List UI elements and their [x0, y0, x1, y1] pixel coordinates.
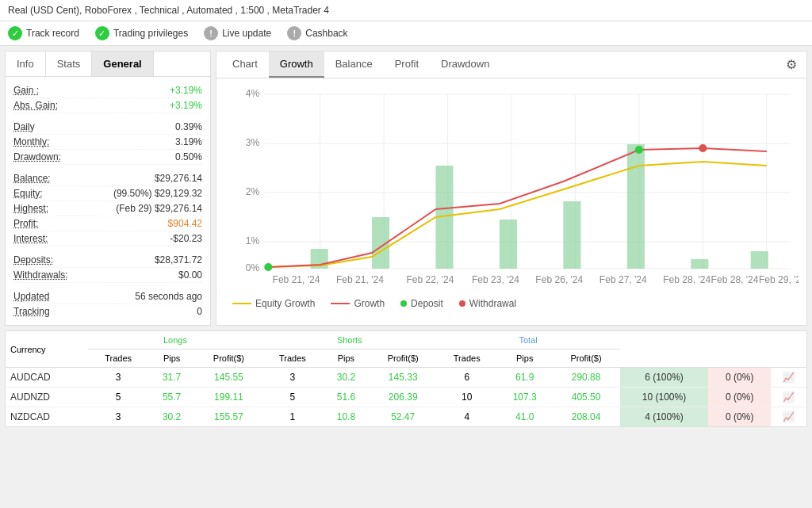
col-currency: Currency — [6, 331, 88, 368]
withdrawal-dot-icon — [459, 300, 465, 307]
stat-updated: Updated 56 seconds ago — [13, 289, 202, 304]
updated-label: Updated — [13, 291, 49, 302]
svg-text:3%: 3% — [246, 137, 260, 148]
cell-l-pips: 31.7 — [148, 368, 195, 388]
svg-text:Feb 23, '24: Feb 23, '24 — [472, 274, 519, 285]
badge-track-record: ✓ Track record — [8, 26, 79, 40]
balance-value: $29,276.14 — [155, 173, 202, 184]
drawdown-label: Drawdown: — [13, 151, 61, 162]
account-info: Real (USD Cent), RoboForex , Technical ,… — [8, 5, 329, 16]
trading-table: Currency Longs Shorts Total Trades Pips … — [6, 331, 806, 426]
svg-point-26 — [264, 263, 272, 271]
svg-text:Feb 28, '24: Feb 28, '24 — [663, 274, 710, 285]
svg-text:0%: 0% — [246, 262, 260, 273]
cell-t-profit: 208.04 — [553, 407, 620, 427]
main-container: Info Stats General Gain : +3.19% Abs. Ga… — [0, 46, 812, 330]
legend-growth: Growth — [331, 298, 385, 309]
col-s-pips: Pips — [323, 349, 370, 368]
updated-value: 56 seconds ago — [135, 291, 202, 302]
svg-rect-22 — [563, 201, 580, 269]
highest-value: (Feb 29) $29,276.14 — [116, 203, 202, 214]
svg-rect-21 — [500, 220, 517, 269]
row-chart-icon[interactable]: 📈 — [771, 407, 806, 427]
balance-label: Balance: — [13, 173, 51, 184]
col-t-profit: Profit($) — [553, 349, 620, 368]
tab-chart[interactable]: Chart — [221, 52, 269, 78]
tab-info[interactable]: Info — [6, 52, 46, 76]
cell-t-profit: 405.50 — [553, 388, 620, 407]
cell-t-pips: 107.3 — [497, 388, 553, 407]
col-s-trades: Trades — [262, 349, 323, 368]
svg-rect-23 — [627, 144, 645, 269]
svg-text:Feb 28, '24: Feb 28, '24 — [711, 274, 759, 285]
equity-growth-line-icon — [232, 303, 251, 304]
svg-text:Feb 22, '24: Feb 22, '24 — [406, 274, 454, 285]
abs-gain-value: +3.19% — [170, 100, 202, 111]
cell-l-profit: 199.11 — [195, 388, 262, 407]
chart-legend: Equity Growth Growth Deposit Withdrawal — [224, 295, 799, 315]
cell-s-profit: 206.39 — [370, 388, 437, 407]
tab-balance[interactable]: Balance — [324, 52, 384, 78]
table-row: NZDCAD 3 30.2 155.57 1 10.8 52.47 4 41.0… — [6, 407, 806, 427]
growth-label: Growth — [354, 298, 385, 309]
col-l-pips: Pips — [148, 349, 195, 368]
cell-won: 4 (100%) — [620, 407, 709, 427]
stat-monthly: Monthly: 3.19% — [13, 135, 202, 150]
stat-highest: Highest: (Feb 29) $29,276.14 — [13, 201, 202, 216]
drawdown-value: 0.50% — [175, 151, 202, 162]
stat-interest: Interest: -$20.23 — [13, 231, 202, 246]
cell-l-trades: 3 — [88, 368, 148, 388]
col-chart — [771, 331, 806, 368]
tab-stats[interactable]: Stats — [46, 52, 93, 76]
cell-t-pips: 41.0 — [497, 407, 553, 427]
col-group-longs: Longs — [88, 331, 262, 349]
tab-growth[interactable]: Growth — [269, 52, 324, 78]
withdrawal-label: Withdrawal — [469, 298, 516, 309]
cell-won: 6 (100%) — [620, 368, 709, 388]
warn-icon-cashback: ! — [287, 26, 301, 40]
cell-s-profit: 145.33 — [370, 368, 437, 388]
cell-s-trades: 5 — [262, 388, 323, 407]
left-panel: Info Stats General Gain : +3.19% Abs. Ga… — [5, 51, 211, 326]
cell-l-profit: 145.55 — [195, 368, 262, 388]
deposits-label: Deposits: — [13, 254, 53, 265]
cell-lost: 0 (0%) — [708, 407, 771, 427]
col-group-shorts: Shorts — [262, 331, 437, 349]
tab-general[interactable]: General — [92, 52, 153, 76]
warn-icon-live: ! — [204, 26, 218, 40]
track-record-label: Track record — [26, 28, 79, 39]
deposits-value: $28,371.72 — [155, 254, 202, 265]
growth-line-icon — [331, 303, 350, 304]
cell-s-trades: 3 — [262, 368, 323, 388]
cell-lost: 0 (0%) — [708, 368, 771, 388]
svg-text:Feb 21, '24: Feb 21, '24 — [336, 274, 384, 285]
stat-drawdown: Drawdown: 0.50% — [13, 150, 202, 165]
chart-settings-icon[interactable]: ⚙ — [781, 52, 802, 77]
cell-currency: AUDCAD — [6, 368, 88, 388]
cell-lost: 0 (0%) — [708, 388, 771, 407]
legend-equity-growth: Equity Growth — [232, 298, 315, 309]
cell-l-pips: 30.2 — [148, 407, 195, 427]
svg-rect-25 — [751, 251, 768, 269]
cell-t-trades: 6 — [437, 368, 497, 388]
equity-value: (99.50%) $29,129.32 — [113, 188, 202, 199]
cell-s-pips: 51.6 — [323, 388, 370, 407]
tab-profit[interactable]: Profit — [384, 52, 430, 78]
svg-text:1%: 1% — [246, 235, 260, 246]
highest-label: Highest: — [13, 203, 48, 214]
daily-label: Daily — [13, 121, 35, 132]
cell-s-profit: 52.47 — [370, 407, 437, 427]
row-chart-icon[interactable]: 📈 — [771, 368, 806, 388]
stat-tracking: Tracking 0 — [13, 304, 202, 319]
row-chart-icon[interactable]: 📈 — [771, 388, 806, 407]
deposit-dot-icon — [400, 300, 407, 307]
gain-label: Gain : — [13, 85, 39, 96]
tracking-value: 0 — [197, 306, 202, 317]
stat-gain: Gain : +3.19% — [13, 83, 202, 98]
cell-s-trades: 1 — [262, 407, 323, 427]
abs-gain-label: Abs. Gain: — [13, 100, 58, 111]
stat-equity: Equity: (99.50%) $29,129.32 — [13, 186, 202, 201]
svg-text:Feb 29, '24: Feb 29, '24 — [759, 274, 799, 285]
cell-won: 10 (100%) — [620, 388, 709, 407]
tab-drawdown[interactable]: Drawdown — [430, 52, 500, 78]
